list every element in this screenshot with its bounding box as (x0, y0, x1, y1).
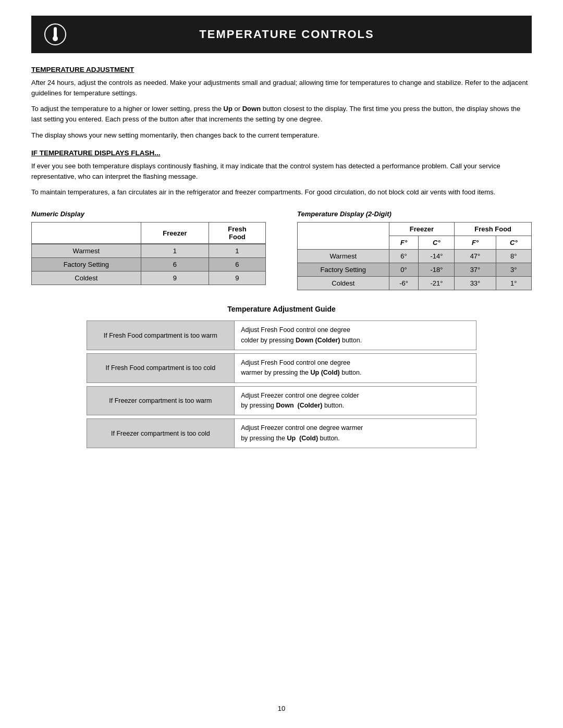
numeric-display-label: Numeric Display (31, 210, 266, 218)
svg-point-2 (53, 36, 58, 41)
guide-row-1: If Fresh Food compartment is too warm Ad… (87, 320, 477, 350)
guide-row-3-right: Adjust Freezer control one degree colder… (235, 386, 476, 416)
page: TEMPERATURE CONTROLS TEMPERATURE ADJUSTM… (0, 0, 563, 728)
temp-adjustment-title: TEMPERATURE ADJUSTMENT (31, 66, 532, 73)
num-row-coldest: Coldest 9 9 (32, 272, 266, 285)
temp-factory-label: Factory Setting (298, 263, 389, 277)
temp-factory-c1: -18° (419, 263, 455, 277)
temp-display-section: Temperature Display (2-Digit) Freezer Fr… (297, 210, 532, 290)
temp-col-empty (298, 223, 389, 250)
temp-adjustment-para3: The display shows your new setting momen… (31, 130, 532, 141)
num-col-empty (32, 223, 141, 244)
num-col-fresh: FreshFood (209, 223, 265, 244)
temp-warmest-c2: 8° (496, 250, 531, 263)
guide-row-3-left: If Freezer compartment is too warm (87, 386, 235, 416)
num-coldest-freezer: 9 (141, 272, 209, 285)
guide-row-3: If Freezer compartment is too warm Adjus… (87, 386, 477, 416)
num-coldest-label: Coldest (32, 272, 141, 285)
num-row-warmest: Warmest 1 1 (32, 244, 266, 258)
temp-factory-f2: 37° (455, 263, 496, 277)
flash-title: IF TEMPERATURE DISPLAYS FLASH... (31, 149, 532, 157)
temp-display-table: Freezer Fresh Food F° C° F° C° Warmest 6… (297, 222, 532, 290)
guide-row-4-left: If Freezer compartment is too cold (87, 418, 235, 448)
temp-row-coldest: Coldest -6° -21° 33° 1° (298, 277, 532, 290)
temp-coldest-f2: 33° (455, 277, 496, 290)
temp-coldest-c1: -21° (419, 277, 455, 290)
guide-row-1-left: If Fresh Food compartment is too warm (87, 320, 235, 350)
num-warmest-freezer: 1 (141, 244, 209, 258)
temp-col-freezer-group: Freezer (389, 223, 455, 236)
temp-sub-c2: C° (496, 236, 531, 250)
guide-section: Temperature Adjustment Guide If Fresh Fo… (31, 305, 532, 448)
temp-coldest-f1: -6° (389, 277, 419, 290)
page-title: TEMPERATURE CONTROLS (77, 28, 496, 41)
temp-display-label: Temperature Display (2-Digit) (297, 210, 532, 218)
temp-warmest-f2: 47° (455, 250, 496, 263)
temp-sub-f1: F° (389, 236, 419, 250)
temp-warmest-label: Warmest (298, 250, 389, 263)
num-warmest-fresh: 1 (209, 244, 265, 258)
temp-col-fresh-group: Fresh Food (455, 223, 532, 236)
numeric-display-table: Freezer FreshFood Warmest 1 1 Factory Se… (31, 222, 266, 285)
flash-para2: To maintain temperatures, a fan circulat… (31, 187, 532, 198)
temp-sub-c1: C° (419, 236, 455, 250)
guide-row-4-right: Adjust Freezer control one degree warmer… (235, 418, 476, 448)
num-warmest-label: Warmest (32, 244, 141, 258)
flash-section: IF TEMPERATURE DISPLAYS FLASH... If ever… (31, 149, 532, 198)
page-header: TEMPERATURE CONTROLS (31, 16, 532, 53)
temp-factory-f1: 0° (389, 263, 419, 277)
temp-coldest-c2: 1° (496, 277, 531, 290)
temp-row-factory: Factory Setting 0° -18° 37° 3° (298, 263, 532, 277)
flash-para1: If ever you see both temperature display… (31, 161, 532, 182)
guide-row-2-right: Adjust Fresh Food control one degreewarm… (235, 353, 476, 383)
num-coldest-fresh: 9 (209, 272, 265, 285)
numeric-display-section: Numeric Display Freezer FreshFood Warmes… (31, 210, 266, 285)
num-factory-freezer: 6 (141, 258, 209, 272)
temp-coldest-label: Coldest (298, 277, 389, 290)
temp-adjustment-para2: To adjust the temperature to a higher or… (31, 104, 532, 125)
temp-warmest-f1: 6° (389, 250, 419, 263)
num-col-freezer: Freezer (141, 223, 209, 244)
guide-row-4: If Freezer compartment is too cold Adjus… (87, 418, 477, 448)
thermometer-icon (44, 23, 67, 46)
guide-row-2: If Fresh Food compartment is too cold Ad… (87, 353, 477, 383)
temp-row-warmest: Warmest 6° -14° 47° 8° (298, 250, 532, 263)
tables-area: Numeric Display Freezer FreshFood Warmes… (31, 210, 532, 290)
temp-adjustment-para1: After 24 hours, adjust the controls as n… (31, 78, 532, 98)
num-factory-label: Factory Setting (32, 258, 141, 272)
num-factory-fresh: 6 (209, 258, 265, 272)
temp-warmest-c1: -14° (419, 250, 455, 263)
guide-row-2-left: If Fresh Food compartment is too cold (87, 353, 235, 383)
temp-adjustment-section: TEMPERATURE ADJUSTMENT After 24 hours, a… (31, 66, 532, 141)
guide-title: Temperature Adjustment Guide (31, 305, 532, 313)
num-row-factory: Factory Setting 6 6 (32, 258, 266, 272)
page-number: 10 (0, 705, 563, 712)
temp-factory-c2: 3° (496, 263, 531, 277)
guide-rows-wrapper: If Fresh Food compartment is too warm Ad… (87, 320, 477, 448)
temp-sub-f2: F° (455, 236, 496, 250)
guide-row-1-right: Adjust Fresh Food control one degreecold… (235, 320, 476, 350)
